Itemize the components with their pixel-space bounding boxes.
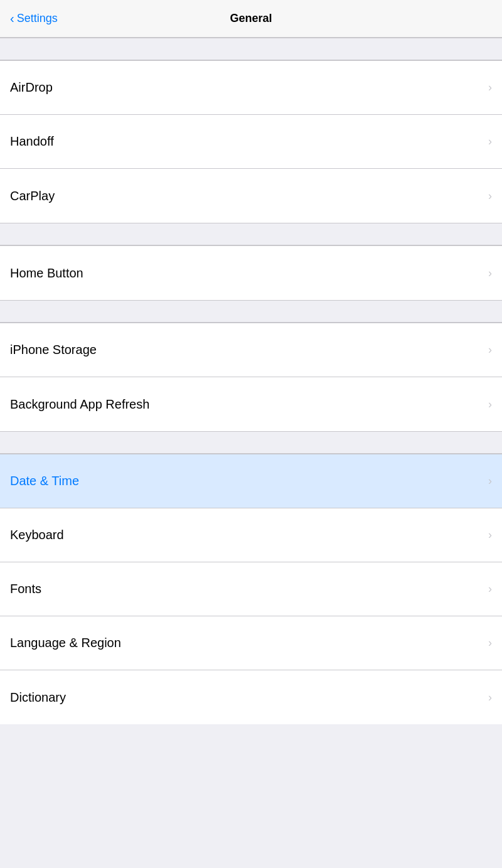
carplay-chevron-icon: › — [488, 190, 492, 203]
date-time-label: Date & Time — [10, 474, 79, 488]
navigation-header: ‹ Settings General — [0, 0, 502, 38]
settings-row-airdrop[interactable]: AirDrop › — [0, 61, 502, 115]
dictionary-label: Dictionary — [10, 690, 66, 705]
dictionary-chevron-icon: › — [488, 691, 492, 704]
back-button[interactable]: ‹ Settings — [10, 11, 58, 26]
date-time-chevron-icon: › — [488, 474, 492, 488]
section-gap-top — [0, 38, 502, 60]
carplay-label: CarPlay — [10, 189, 55, 203]
fonts-chevron-icon: › — [488, 582, 492, 596]
settings-row-background-app-refresh[interactable]: Background App Refresh › — [0, 377, 502, 431]
bottom-gap — [0, 724, 502, 762]
storage-group: iPhone Storage › Background App Refresh … — [0, 323, 502, 431]
language-region-label: Language & Region — [10, 636, 121, 650]
handoff-label: Handoff — [10, 134, 54, 149]
settings-row-keyboard[interactable]: Keyboard › — [0, 508, 502, 562]
home-button-label: Home Button — [10, 266, 83, 281]
keyboard-label: Keyboard — [10, 528, 64, 542]
home-button-chevron-icon: › — [488, 267, 492, 280]
datetime-group: Date & Time › Keyboard › Fonts › Languag… — [0, 454, 502, 724]
section-gap-storage — [0, 300, 502, 323]
settings-row-home-button[interactable]: Home Button › — [0, 246, 502, 300]
continuity-group: AirDrop › Handoff › CarPlay › — [0, 60, 502, 223]
airdrop-chevron-icon: › — [488, 81, 492, 94]
background-app-refresh-label: Background App Refresh — [10, 397, 149, 412]
iphone-storage-chevron-icon: › — [488, 343, 492, 356]
back-button-label: Settings — [17, 12, 58, 25]
back-chevron-icon: ‹ — [10, 11, 14, 26]
keyboard-chevron-icon: › — [488, 528, 492, 542]
settings-row-fonts[interactable]: Fonts › — [0, 562, 502, 616]
settings-row-carplay[interactable]: CarPlay › — [0, 169, 502, 223]
page-title: General — [230, 12, 272, 25]
homebutton-group: Home Button › — [0, 245, 502, 300]
background-app-refresh-chevron-icon: › — [488, 398, 492, 411]
section-gap-homebutton — [0, 223, 502, 245]
iphone-storage-label: iPhone Storage — [10, 343, 97, 357]
settings-row-dictionary[interactable]: Dictionary › — [0, 670, 502, 724]
fonts-label: Fonts — [10, 582, 41, 596]
settings-row-date-time[interactable]: Date & Time › — [0, 454, 502, 508]
language-region-chevron-icon: › — [488, 636, 492, 650]
settings-row-language-region[interactable]: Language & Region › — [0, 616, 502, 670]
settings-row-handoff[interactable]: Handoff › — [0, 115, 502, 169]
airdrop-label: AirDrop — [10, 80, 53, 95]
settings-row-iphone-storage[interactable]: iPhone Storage › — [0, 323, 502, 377]
handoff-chevron-icon: › — [488, 135, 492, 148]
section-gap-datetime — [0, 431, 502, 454]
